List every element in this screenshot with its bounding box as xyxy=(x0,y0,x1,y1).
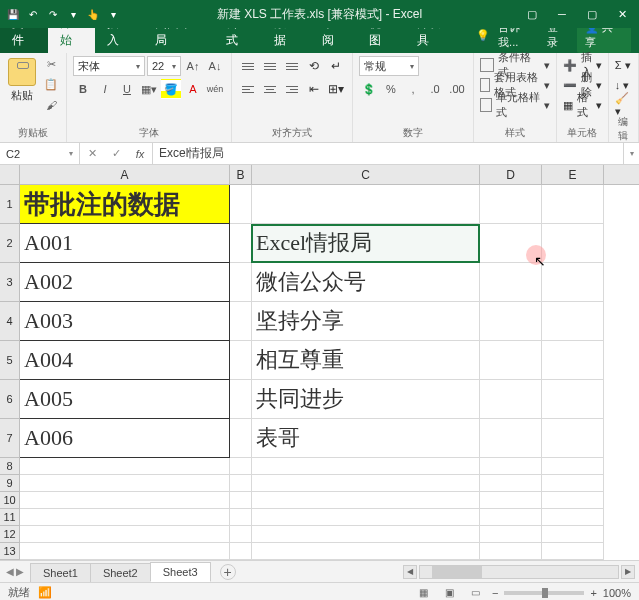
cell[interactable] xyxy=(542,224,604,263)
horizontal-scrollbar[interactable] xyxy=(419,565,619,579)
row-header[interactable]: 13 xyxy=(0,543,20,560)
select-all-corner[interactable] xyxy=(0,165,20,184)
currency-icon[interactable]: 💲 xyxy=(359,79,379,99)
cell[interactable] xyxy=(480,543,542,560)
formula-input[interactable]: Excel情报局 xyxy=(153,143,623,164)
save-icon[interactable]: 💾 xyxy=(4,5,22,23)
sheet-nav-prev-icon[interactable]: ◀ xyxy=(6,566,14,577)
cell[interactable] xyxy=(480,380,542,419)
merge-button[interactable]: ⊞▾ xyxy=(326,79,346,99)
decimal-inc-icon[interactable]: .0 xyxy=(425,79,445,99)
indent-dec-icon[interactable]: ⇤ xyxy=(304,79,324,99)
col-header-A[interactable]: A xyxy=(20,165,230,184)
sheet-tab[interactable]: Sheet2 xyxy=(90,563,151,582)
cell[interactable]: A003 xyxy=(20,302,230,341)
cell-style-button[interactable]: 单元格样式 ▾ xyxy=(480,96,550,114)
cell[interactable] xyxy=(542,458,604,475)
cell[interactable] xyxy=(542,475,604,492)
cell[interactable]: A004 xyxy=(20,341,230,380)
minimize-button[interactable]: ─ xyxy=(549,3,575,25)
zoom-in-icon[interactable]: + xyxy=(590,587,596,599)
cell[interactable] xyxy=(480,492,542,509)
cut-icon[interactable]: ✂ xyxy=(42,56,60,73)
scroll-left-icon[interactable]: ◀ xyxy=(403,565,417,579)
cell[interactable] xyxy=(230,263,252,302)
cell[interactable]: 相互尊重 xyxy=(252,341,480,380)
worksheet-grid[interactable]: A B C D E 1 2 3 4 5 6 7 8 9 10 11 12 13 … xyxy=(0,165,639,560)
cell[interactable] xyxy=(230,543,252,560)
align-left-icon[interactable] xyxy=(238,79,258,99)
cell[interactable] xyxy=(542,380,604,419)
scrollbar-thumb[interactable] xyxy=(432,566,482,578)
cell[interactable]: A006 xyxy=(20,419,230,458)
row-header[interactable]: 10 xyxy=(0,492,20,509)
cell[interactable] xyxy=(480,341,542,380)
clear-button[interactable]: 🧹 ▾ xyxy=(615,96,632,114)
cell[interactable] xyxy=(252,185,480,224)
cell[interactable] xyxy=(20,526,230,543)
view-normal-icon[interactable]: ▦ xyxy=(414,585,434,601)
align-right-icon[interactable] xyxy=(282,79,302,99)
cell[interactable] xyxy=(480,419,542,458)
cell[interactable] xyxy=(480,458,542,475)
add-sheet-button[interactable]: + xyxy=(220,564,236,580)
sheet-nav-next-icon[interactable]: ▶ xyxy=(16,566,24,577)
cell[interactable] xyxy=(20,543,230,560)
cell[interactable] xyxy=(20,458,230,475)
cell[interactable] xyxy=(542,526,604,543)
cell[interactable]: A005 xyxy=(20,380,230,419)
cell[interactable]: A001 xyxy=(20,224,230,263)
row-header[interactable]: 2 xyxy=(0,224,20,263)
align-center-icon[interactable] xyxy=(260,79,280,99)
cell[interactable]: 共同进步 xyxy=(252,380,480,419)
cell[interactable] xyxy=(230,419,252,458)
scroll-right-icon[interactable]: ▶ xyxy=(621,565,635,579)
cell[interactable] xyxy=(230,475,252,492)
phonetic-button[interactable]: wén xyxy=(205,79,225,99)
font-size-select[interactable]: 22▾ xyxy=(147,56,181,76)
redo-icon[interactable]: ↷ xyxy=(44,5,62,23)
font-name-select[interactable]: 宋体▾ xyxy=(73,56,145,76)
row-header[interactable]: 6 xyxy=(0,380,20,419)
cell[interactable] xyxy=(542,185,604,224)
cell[interactable]: 微信公众号 xyxy=(252,263,480,302)
font-color-button[interactable]: A xyxy=(183,79,203,99)
number-format-select[interactable]: 常规▾ xyxy=(359,56,419,76)
col-header-D[interactable]: D xyxy=(480,165,542,184)
cell[interactable] xyxy=(252,543,480,560)
cell[interactable] xyxy=(480,475,542,492)
align-bottom-icon[interactable] xyxy=(282,56,302,76)
autosum-button[interactable]: Σ ▾ xyxy=(615,56,632,74)
name-box[interactable]: C2▾ xyxy=(0,143,80,164)
row-header[interactable]: 11 xyxy=(0,509,20,526)
zoom-level[interactable]: 100% xyxy=(603,587,631,599)
expand-formula-icon[interactable]: ▾ xyxy=(623,143,639,164)
touch-mode-icon[interactable]: 👆 xyxy=(84,5,102,23)
view-layout-icon[interactable]: ▣ xyxy=(440,585,460,601)
comma-icon[interactable]: , xyxy=(403,79,423,99)
align-middle-icon[interactable] xyxy=(260,56,280,76)
fx-icon[interactable]: fx xyxy=(128,143,152,164)
col-header-C[interactable]: C xyxy=(252,165,480,184)
cell[interactable] xyxy=(230,380,252,419)
row-header[interactable]: 3 xyxy=(0,263,20,302)
cell[interactable] xyxy=(252,509,480,526)
undo-icon[interactable]: ↶ xyxy=(24,5,42,23)
cell[interactable] xyxy=(252,526,480,543)
cell[interactable] xyxy=(542,263,604,302)
cell[interactable] xyxy=(252,492,480,509)
cancel-formula-icon[interactable]: ✕ xyxy=(80,143,104,164)
cell[interactable] xyxy=(542,543,604,560)
row-header[interactable]: 8 xyxy=(0,458,20,475)
zoom-slider[interactable] xyxy=(504,591,584,595)
cell[interactable] xyxy=(20,492,230,509)
cell[interactable] xyxy=(480,263,542,302)
cell[interactable] xyxy=(230,492,252,509)
font-shrink-icon[interactable]: A↓ xyxy=(205,56,225,76)
cell[interactable] xyxy=(542,341,604,380)
wrap-text-icon[interactable]: ↵ xyxy=(326,56,346,76)
sheet-tab[interactable]: Sheet3 xyxy=(150,562,211,582)
cell[interactable] xyxy=(230,458,252,475)
cell[interactable] xyxy=(230,302,252,341)
ribbon-options-icon[interactable]: ▢ xyxy=(519,3,545,25)
